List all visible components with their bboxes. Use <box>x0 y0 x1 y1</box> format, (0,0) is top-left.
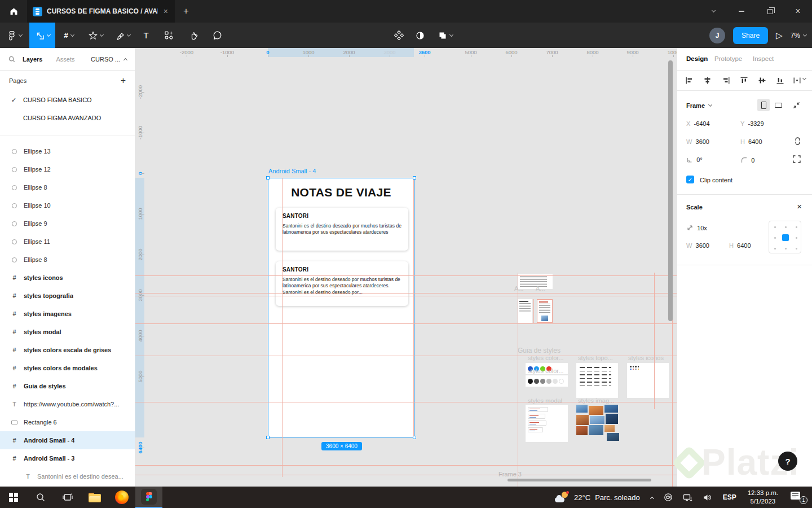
align-top-icon[interactable] <box>740 76 748 85</box>
notification-center-button[interactable]: 1 <box>788 491 807 504</box>
scale-height-field[interactable]: H 6400 <box>729 242 751 249</box>
page-item[interactable]: CURSO FIGMA AVANZADO <box>0 109 135 127</box>
layer-row[interactable]: #styles iconos <box>0 269 135 287</box>
restore-button[interactable] <box>756 0 784 23</box>
chevron-down-icon[interactable] <box>802 76 806 80</box>
layer-row[interactable]: Ellipse 12 <box>0 160 135 178</box>
text-tool-button[interactable]: T <box>136 23 156 48</box>
meet-now-button[interactable] <box>659 493 678 502</box>
page-item[interactable]: ✓CURSO FIGMA BASICO <box>0 91 135 109</box>
language-indicator[interactable]: ESP <box>717 493 742 501</box>
horizontal-scrollbar[interactable] <box>508 479 651 481</box>
anchor-center-handle[interactable] <box>782 234 789 241</box>
comment-tool-button[interactable] <box>205 23 229 48</box>
layer-row[interactable]: #Guia de styles <box>0 377 135 395</box>
width-field[interactable]: W 3600 <box>686 138 709 145</box>
layer-row[interactable]: Ellipse 8 <box>0 251 135 269</box>
avatar[interactable]: J <box>709 28 725 43</box>
rotation-field[interactable]: 0° <box>686 156 703 163</box>
styles-images-frame[interactable] <box>576 405 619 442</box>
home-button[interactable] <box>0 0 27 23</box>
firefox-button[interactable] <box>108 487 135 508</box>
independent-corners-icon[interactable] <box>792 155 801 164</box>
close-button[interactable]: × <box>784 0 812 23</box>
styles-typography-frame[interactable] <box>576 363 618 398</box>
selection-handle[interactable] <box>266 176 270 179</box>
canvas[interactable]: -2000-1000010002000300036005000600070008… <box>135 48 677 487</box>
layer-row[interactable]: #styles topografia <box>0 287 135 305</box>
styles-modal-frame[interactable] <box>526 405 568 442</box>
layer-row[interactable]: #Android Small - 3 <box>0 449 135 467</box>
vertical-scrollbar[interactable] <box>668 60 673 321</box>
page-selector[interactable]: CURSO ... <box>91 56 127 63</box>
align-horizontal-center-icon[interactable] <box>703 76 712 85</box>
file-explorer-button[interactable] <box>81 487 108 508</box>
network-button[interactable] <box>678 493 698 502</box>
tab-inspect[interactable]: Inspect <box>753 55 774 62</box>
height-field[interactable]: H 6400 <box>740 138 762 145</box>
main-menu-button[interactable] <box>0 23 29 48</box>
align-left-icon[interactable] <box>685 76 694 85</box>
layer-row[interactable]: TSantonini es el destino desea... <box>0 467 135 485</box>
selection-handle[interactable] <box>266 436 270 439</box>
layer-row[interactable]: Ellipse 9 <box>0 214 135 233</box>
phone-mockup-thumbnail[interactable] <box>518 299 532 323</box>
layer-row[interactable]: Ellipse 8 <box>0 178 135 196</box>
start-button[interactable] <box>0 487 27 508</box>
note-card[interactable]: SANTORI Santonini es el destino deseado … <box>276 208 408 251</box>
close-icon[interactable]: × <box>797 202 802 211</box>
volume-button[interactable] <box>698 493 717 502</box>
boolean-groups-button[interactable] <box>431 23 460 48</box>
portrait-orientation-button[interactable] <box>757 99 770 111</box>
layer-row[interactable]: Thttps://www.youtube.com/watch?... <box>0 395 135 413</box>
hand-tool-button[interactable] <box>182 23 205 48</box>
landscape-orientation-button[interactable] <box>772 99 784 111</box>
shape-tool-button[interactable] <box>82 23 109 48</box>
file-tab[interactable]: CURSOS DE FIGMA BASICO / AVANZAD × <box>27 0 175 23</box>
align-vertical-center-icon[interactable] <box>758 76 766 85</box>
scale-tool-button[interactable] <box>29 23 55 48</box>
frame-section-title[interactable]: Frame <box>686 102 712 109</box>
minimize-button[interactable] <box>727 0 756 23</box>
new-tab-button[interactable]: + <box>175 0 197 23</box>
selection-handle[interactable] <box>413 436 416 439</box>
layer-row[interactable]: #styles imagenes <box>0 305 135 323</box>
figma-taskbar-button[interactable] <box>135 487 162 508</box>
frame-label-a2[interactable]: A... <box>536 285 545 292</box>
tab-design[interactable]: Design <box>686 55 708 62</box>
weather-widget[interactable]: 22°C Parc. soleado <box>549 491 646 503</box>
align-right-icon[interactable] <box>722 76 730 85</box>
search-icon[interactable] <box>8 55 16 63</box>
tab-assets[interactable]: Assets <box>56 56 74 63</box>
frame-label-a1[interactable]: A... <box>514 285 524 292</box>
layer-row[interactable]: #Android Small - 4 <box>0 431 135 449</box>
resize-to-fit-button[interactable] <box>790 99 802 111</box>
resources-button[interactable] <box>156 23 182 48</box>
distribute-icon[interactable] <box>793 76 801 85</box>
layer-row[interactable]: Rectangle 6 <box>0 413 135 431</box>
clip-content-checkbox[interactable]: ✓ <box>686 176 694 183</box>
layer-row[interactable]: Ellipse 10 <box>0 196 135 214</box>
present-icon[interactable]: ▷ <box>776 30 783 41</box>
help-button[interactable]: ? <box>778 452 797 471</box>
phone-mockup-thumbnail[interactable] <box>537 299 553 323</box>
taskbar-search-button[interactable] <box>27 487 54 508</box>
guia-de-styles-label[interactable]: Guia de styles <box>518 347 561 354</box>
corner-radius-field[interactable]: 0 <box>740 156 754 164</box>
x-position-field[interactable]: X -6404 <box>686 120 710 127</box>
styles-modal-label[interactable]: styles modal <box>528 397 562 404</box>
scale-width-field[interactable]: W 3600 <box>686 242 709 249</box>
scale-factor-field[interactable]: 10x <box>686 224 707 231</box>
y-position-field[interactable]: Y -3329 <box>740 120 764 127</box>
layer-row[interactable]: #styles colors de modales <box>0 359 135 377</box>
constrain-proportions-icon[interactable] <box>793 136 802 146</box>
clock[interactable]: 12:33 p.m. 5/1/2023 <box>742 489 784 506</box>
styles-imag-label[interactable]: styles imag... <box>578 397 614 404</box>
tab-layers[interactable]: Layers <box>23 56 42 63</box>
scale-anchor-widget[interactable] <box>769 221 801 253</box>
add-page-button[interactable]: + <box>121 76 126 86</box>
align-bottom-icon[interactable] <box>776 76 784 85</box>
tab-close-icon[interactable]: × <box>162 6 169 16</box>
frame-tool-button[interactable]: # <box>55 23 82 48</box>
android-small-4-frame[interactable]: NOTAS DE VIAJE SANTORI Santonini es el d… <box>268 178 414 437</box>
